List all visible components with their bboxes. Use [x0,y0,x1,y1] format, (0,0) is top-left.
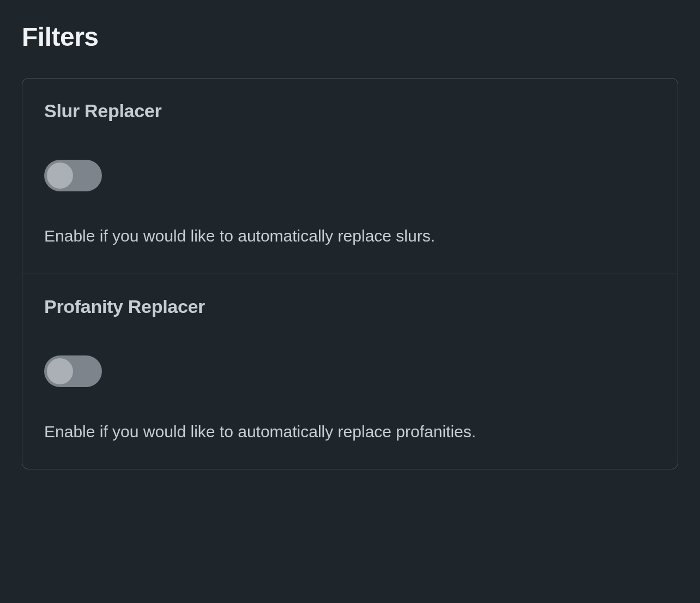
filter-slur-replacer: Slur Replacer Enable if you would like t… [22,79,678,274]
filter-description: Enable if you would like to automaticall… [44,421,656,443]
filters-panel: Slur Replacer Enable if you would like t… [22,78,678,469]
profanity-replacer-toggle[interactable] [44,355,102,387]
filter-title: Slur Replacer [44,100,656,122]
page-title: Filters [22,22,678,52]
slur-replacer-toggle[interactable] [44,160,102,191]
filter-profanity-replacer: Profanity Replacer Enable if you would l… [22,274,678,469]
toggle-knob [47,358,73,384]
filter-description: Enable if you would like to automaticall… [44,225,656,248]
toggle-knob [47,162,73,189]
filter-title: Profanity Replacer [44,296,656,317]
